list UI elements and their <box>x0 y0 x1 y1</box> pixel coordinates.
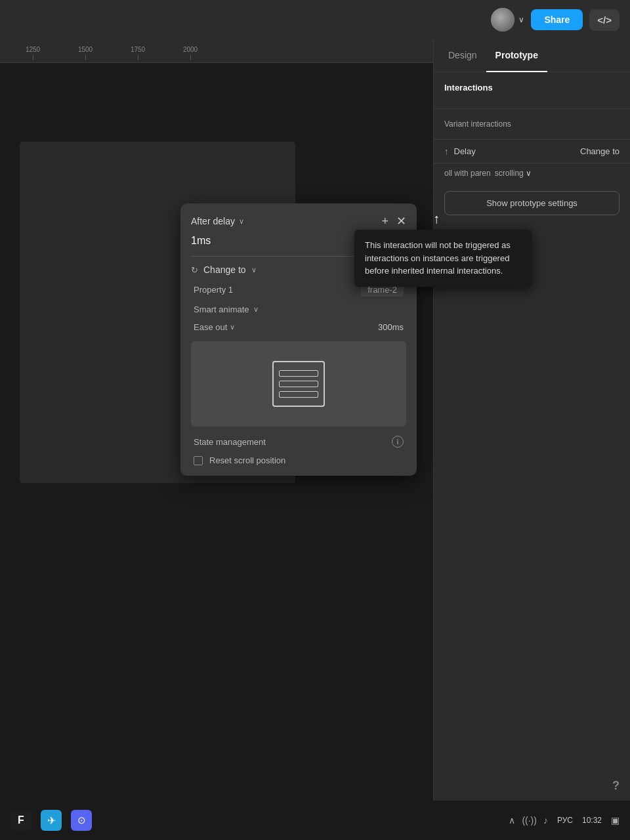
ease-row: Ease out ∨ 300ms <box>191 322 406 332</box>
anim-bar-2 <box>279 381 318 387</box>
variant-interactions-section: Variant interactions <box>434 109 630 140</box>
language-indicator: РУС <box>557 816 573 825</box>
right-panel: Design Prototype Interactions Variant in… <box>433 39 630 801</box>
tray-icons: ∧ ((·)) ♪ <box>509 815 548 826</box>
tooltip: This interaction will not be triggered a… <box>354 230 532 287</box>
chevron-down-icon[interactable]: ∨ <box>518 15 524 24</box>
popup-actions: + ✕ <box>381 214 406 228</box>
top-bar: ∨ Share </> <box>0 0 630 39</box>
volume-icon[interactable]: ♪ <box>543 815 548 826</box>
reset-scroll-label: Reset scroll position <box>209 455 285 465</box>
info-icon[interactable]: i <box>392 436 404 448</box>
tab-design[interactable]: Design <box>439 39 486 72</box>
popup-header: After delay ∨ + ✕ <box>191 214 406 228</box>
refresh-icon: ↻ <box>191 265 198 275</box>
ruler: 1250 1500 1750 2000 <box>0 39 433 63</box>
animation-icon <box>272 361 325 407</box>
scroll-text: oll with paren <box>444 169 491 178</box>
anim-bar-3 <box>279 391 318 398</box>
smart-animate-row[interactable]: Smart animate ∨ <box>191 304 406 314</box>
ease-duration[interactable]: 300ms <box>378 322 404 332</box>
taskbar-app-figma[interactable]: F <box>10 810 32 831</box>
taskbar: F ✈ ⊙ ∧ ((·)) ♪ РУС 10:32 ▣ <box>0 801 630 840</box>
anim-bar-1 <box>279 370 318 377</box>
reset-scroll-checkbox[interactable] <box>194 456 203 465</box>
taskbar-app-discord[interactable]: ⊙ <box>71 810 92 831</box>
add-button[interactable]: + <box>381 215 388 228</box>
overflow-dropdown[interactable]: scrolling ∨ <box>495 169 532 178</box>
scroll-row: oll with paren scrolling ∨ <box>434 163 630 183</box>
close-button[interactable]: ✕ <box>396 214 406 228</box>
state-management-label: State management <box>194 437 266 447</box>
ease-left[interactable]: Ease out ∨ <box>194 322 235 332</box>
variant-interactions-label: Variant interactions <box>444 119 620 129</box>
help-question-mark[interactable]: ? <box>612 779 620 793</box>
ruler-mark: 1250 <box>7 46 59 60</box>
chevron-down-icon: ∨ <box>251 266 257 274</box>
delay-label: Delay <box>454 146 476 156</box>
interactions-section: Interactions <box>434 72 630 109</box>
notification-icon[interactable]: ▣ <box>611 815 620 826</box>
show-prototype-settings-button[interactable]: Show prototype settings <box>444 191 620 215</box>
share-button[interactable]: Share <box>531 9 583 30</box>
taskbar-app-telegram[interactable]: ✈ <box>41 810 62 831</box>
chevron-down-icon: ∨ <box>230 323 235 331</box>
chevron-down-icon: ∨ <box>253 305 259 314</box>
code-button[interactable]: </> <box>589 9 620 31</box>
reset-scroll-row: Reset scroll position <box>191 455 406 465</box>
property-label: Property 1 <box>194 285 233 295</box>
avatar[interactable] <box>491 8 514 32</box>
ruler-mark: 1500 <box>59 46 112 60</box>
change-to-label: Change to <box>580 146 620 156</box>
popup-trigger-label: After delay <box>191 216 235 226</box>
animation-preview <box>191 341 406 427</box>
ruler-mark: 1750 <box>112 46 164 60</box>
clock: 10:32 <box>582 816 602 825</box>
cursor-icon: ↑ <box>444 146 449 156</box>
wifi-icon: ((·)) <box>522 815 537 826</box>
ruler-mark: 2000 <box>164 46 217 60</box>
taskbar-left: F ✈ ⊙ <box>10 810 92 831</box>
state-management-row: State management i <box>191 436 406 448</box>
interaction-header: ↑ Delay Change to <box>434 140 630 163</box>
ease-label: Ease out <box>194 322 227 332</box>
popup-trigger[interactable]: After delay ∨ <box>191 216 244 226</box>
interactions-title: Interactions <box>444 83 620 93</box>
panel-tabs: Design Prototype <box>434 39 630 72</box>
tab-prototype[interactable]: Prototype <box>486 39 547 72</box>
tooltip-text: This interaction will not be triggered a… <box>365 240 511 276</box>
smart-animate-label: Smart animate <box>194 304 249 314</box>
chevron-icon: ∨ <box>239 217 244 226</box>
taskbar-right: ∧ ((·)) ♪ РУС 10:32 ▣ <box>509 815 620 826</box>
chevron-up-icon[interactable]: ∧ <box>509 815 515 826</box>
change-to-label: Change to <box>203 264 246 275</box>
